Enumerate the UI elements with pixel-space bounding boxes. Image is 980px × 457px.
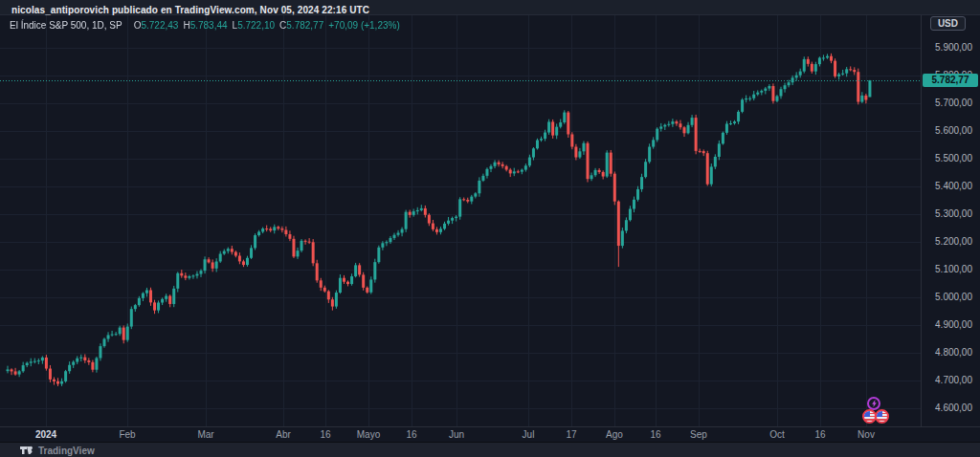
time-axis-label: Nov — [858, 427, 875, 442]
price-axis-label: 5.500,00 — [935, 154, 972, 163]
tradingview-published-chart: nicolas_antiporovich publicado en Tradin… — [0, 0, 980, 457]
time-axis-label: Jun — [449, 427, 464, 442]
us-flag-icon — [875, 409, 889, 424]
us-flag-icon — [862, 409, 877, 424]
chart-legend[interactable]: El Índice S&P 500, 1D, SPO5.722,43H5.783… — [10, 20, 400, 32]
time-axis-label: Jul — [523, 427, 535, 442]
price-axis-label: 5.300,00 — [935, 209, 972, 219]
symbol-title[interactable]: El Índice S&P 500, 1D, SP — [10, 20, 122, 31]
close-value: 5.782,77 — [286, 20, 323, 31]
time-axis[interactable]: 2024FebMarAbr16Mayo16JunJul17Ago16SepOct… — [0, 426, 980, 443]
price-axis-label: 5.400,00 — [935, 182, 972, 191]
open-value: 5.722,43 — [141, 20, 178, 31]
price-axis-label: 5.100,00 — [935, 265, 972, 274]
time-axis-label: Oct — [769, 427, 785, 442]
price-axis-label: 5.900,00 — [935, 43, 972, 53]
time-axis-label: Feb — [119, 427, 135, 442]
candlestick-chart-canvas[interactable] — [0, 0, 921, 426]
low-value: 5.722,10 — [237, 20, 275, 31]
price-axis-label: 5.200,00 — [935, 237, 972, 247]
price-axis-label: 5.600,00 — [935, 126, 972, 136]
change-value: +70,09 (+1,23%) — [328, 20, 400, 31]
time-axis-label: 16 — [650, 427, 660, 442]
price-axis-label: 4.800,00 — [935, 348, 972, 358]
footer-bar: TradingView — [0, 442, 980, 457]
time-axis-label: Ago — [606, 427, 623, 442]
price-axis-label: 5.000,00 — [935, 293, 972, 302]
price-axis-label: 5.700,00 — [935, 98, 972, 108]
price-axis-label: 4.700,00 — [935, 376, 972, 385]
publish-info-text: nicolas_antiporovich publicado en Tradin… — [0, 3, 369, 17]
last-price-badge: 5.782,77 — [923, 74, 978, 87]
time-axis-label: 16 — [406, 427, 416, 442]
price-axis[interactable]: 5.900,005.800,005.700,005.600,005.500,00… — [921, 14, 980, 426]
time-axis-label: Mar — [197, 427, 213, 442]
time-axis-label: 16 — [814, 427, 825, 442]
price-axis-label: 4.600,00 — [935, 403, 972, 413]
lightning-icon — [871, 400, 878, 407]
time-axis-label: Sep — [690, 427, 707, 442]
high-label: H — [183, 20, 189, 31]
time-axis-label: Mayo — [357, 427, 380, 442]
event-lightning-badge[interactable] — [867, 397, 880, 410]
high-value: 5.783,44 — [190, 20, 228, 31]
time-axis-label: Abr — [276, 427, 291, 442]
time-axis-label: 2024 — [35, 427, 56, 442]
tradingview-logo-icon[interactable] — [19, 446, 33, 455]
price-axis-label: 4.900,00 — [935, 320, 972, 330]
time-axis-label: 16 — [320, 427, 330, 442]
tradingview-brand[interactable]: TradingView — [38, 446, 95, 456]
time-axis-label: 17 — [566, 427, 576, 442]
publish-info-bar: nicolas_antiporovich publicado en Tradin… — [0, 0, 980, 15]
